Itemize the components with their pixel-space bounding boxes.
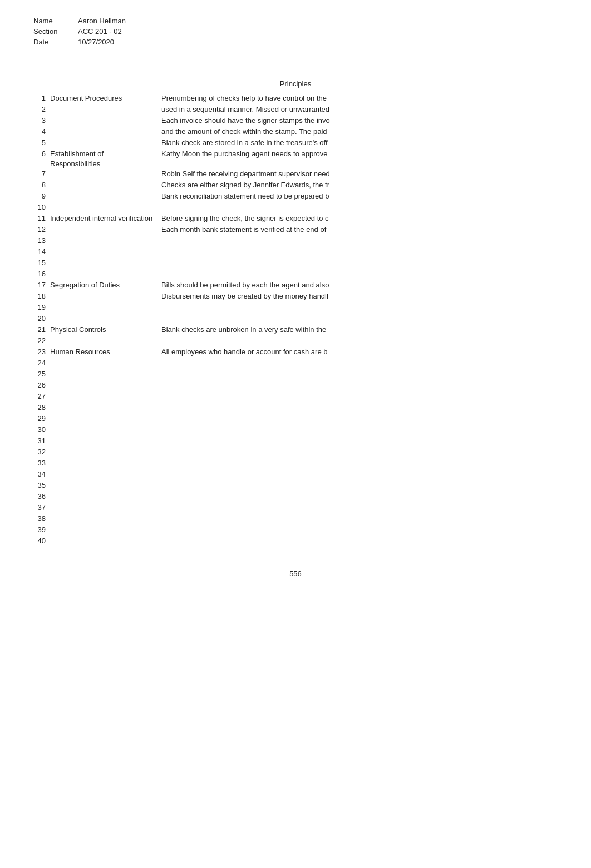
table-row: 7Robin Self the receiving department sup… (33, 169, 558, 180)
table-row: 37 (33, 503, 558, 514)
table-row: 25 (33, 369, 558, 380)
row-number: 18 (33, 291, 50, 301)
row-number: 20 (33, 314, 50, 324)
table-row: 24 (33, 358, 558, 369)
table-row: 16 (33, 269, 558, 280)
row-principle: Independent internal verification (50, 214, 161, 224)
row-number: 27 (33, 391, 50, 401)
table-row: 34 (33, 469, 558, 480)
table-row: 1Document ProceduresPrenumbering of chec… (33, 93, 558, 105)
row-number: 3 (33, 116, 50, 126)
table-row: 3Each invoice should have the signer sta… (33, 116, 558, 127)
row-number: 1 (33, 93, 50, 103)
row-description: Each invoice should have the signer stam… (161, 116, 558, 126)
table-row: 29 (33, 414, 558, 425)
table-row: 21Physical ControlsBlank checks are unbr… (33, 325, 558, 336)
row-description: and the amount of check within the stamp… (161, 127, 558, 137)
row-number: 36 (33, 492, 50, 502)
row-number: 10 (33, 202, 50, 212)
row-number: 38 (33, 514, 50, 524)
table-row: 32 (33, 447, 558, 458)
table-row: 17Segregation of DutiesBills should be p… (33, 280, 558, 291)
row-number: 26 (33, 380, 50, 390)
table-row: 4and the amount of check within the stam… (33, 127, 558, 138)
row-principle: Document Procedures (50, 93, 161, 103)
name-value: Aaron Hellman (78, 17, 126, 25)
row-description: Prenumbering of checks help to have cont… (161, 93, 558, 103)
table-row: 13 (33, 236, 558, 247)
table-row: 10 (33, 202, 558, 214)
row-principle: Establishment of Responsibilities (50, 149, 161, 169)
table-row: 30 (33, 425, 558, 436)
row-number: 29 (33, 414, 50, 424)
row-number: 12 (33, 225, 50, 235)
table-row: 40 (33, 536, 558, 547)
row-description: Robin Self the receiving department supe… (161, 169, 558, 179)
row-number: 39 (33, 525, 50, 535)
table-row: 27 (33, 391, 558, 403)
row-principle: Segregation of Duties (50, 280, 161, 290)
row-number: 14 (33, 247, 50, 257)
row-number: 17 (33, 280, 50, 290)
table-row: 12Each month bank statement is verified … (33, 225, 558, 236)
table-row: 8Checks are either signed by Jennifer Ed… (33, 180, 558, 191)
table-row: 35 (33, 480, 558, 492)
table-row: 15 (33, 258, 558, 269)
row-number: 28 (33, 403, 50, 413)
row-number: 23 (33, 347, 50, 357)
table-row: 6Establishment of ResponsibilitiesKathy … (33, 149, 558, 169)
row-number: 35 (33, 480, 50, 490)
content-area: Principles 1Document ProceduresPrenumber… (33, 80, 558, 547)
table-row: 19 (33, 302, 558, 314)
row-number: 15 (33, 258, 50, 268)
row-description: Bills should be permitted by each the ag… (161, 280, 558, 290)
table-row: 38 (33, 514, 558, 525)
row-number: 21 (33, 325, 50, 335)
row-description: All employees who handle or account for … (161, 347, 558, 357)
row-description: Before signing the check, the signer is … (161, 214, 558, 224)
row-number: 6 (33, 149, 50, 159)
principles-heading: Principles (33, 80, 558, 88)
row-number: 7 (33, 169, 50, 179)
section-row: Section ACC 201 - 02 (33, 27, 558, 36)
page-number: 556 (33, 569, 558, 578)
table-row: 20 (33, 314, 558, 325)
header-section: Name Aaron Hellman Section ACC 201 - 02 … (33, 17, 558, 46)
table-area: 1Document ProceduresPrenumbering of chec… (33, 93, 558, 547)
row-number: 2 (33, 105, 50, 115)
row-principle: Human Resources (50, 347, 161, 357)
row-number: 24 (33, 358, 50, 368)
row-number: 4 (33, 127, 50, 137)
row-number: 8 (33, 180, 50, 190)
row-number: 16 (33, 269, 50, 279)
table-row: 22 (33, 336, 558, 347)
name-label: Name (33, 17, 78, 25)
row-principle: Physical Controls (50, 325, 161, 335)
table-row: 26 (33, 380, 558, 391)
table-row: 9Bank reconciliation statement need to b… (33, 191, 558, 202)
row-number: 31 (33, 436, 50, 446)
row-number: 22 (33, 336, 50, 346)
section-label: Section (33, 27, 78, 36)
row-number: 11 (33, 214, 50, 224)
row-number: 30 (33, 425, 50, 435)
row-number: 19 (33, 302, 50, 313)
row-description: Each month bank statement is verified at… (161, 225, 558, 235)
row-description: Bank reconciliation statement need to be… (161, 191, 558, 201)
table-row: 39 (33, 525, 558, 536)
row-number: 34 (33, 469, 50, 479)
row-number: 40 (33, 536, 50, 546)
row-description: Checks are either signed by Jennifer Edw… (161, 180, 558, 190)
row-number: 5 (33, 138, 50, 148)
row-description: Kathy Moon the purchasing agent needs to… (161, 149, 558, 159)
table-row: 23Human ResourcesAll employees who handl… (33, 347, 558, 358)
table-row: 5Blank check are stored in a safe in the… (33, 138, 558, 149)
date-row: Date 10/27/2020 (33, 38, 558, 46)
table-row: 2used in a sequential manner. Missed or … (33, 105, 558, 116)
row-description: Disbursements may be created by the mone… (161, 291, 558, 301)
table-row: 31 (33, 436, 558, 447)
table-row: 36 (33, 492, 558, 503)
row-number: 13 (33, 236, 50, 246)
row-number: 32 (33, 447, 50, 457)
row-number: 25 (33, 369, 50, 379)
